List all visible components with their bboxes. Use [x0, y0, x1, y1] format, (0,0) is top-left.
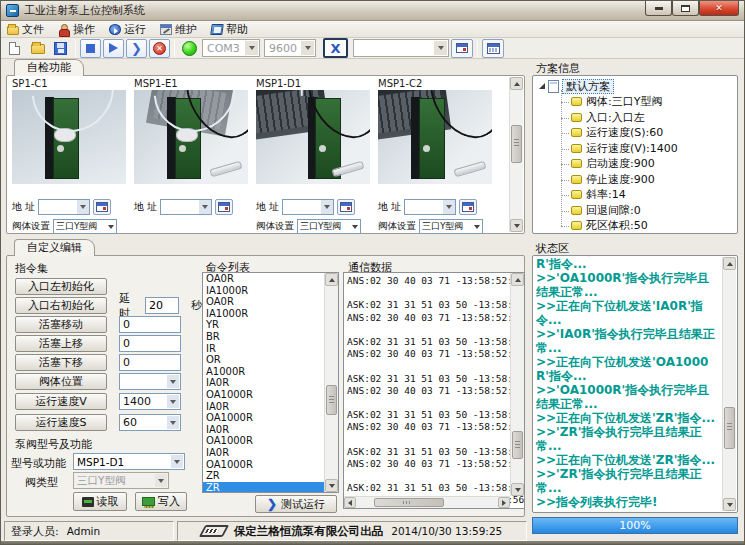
valve-type-select[interactable]: 三口Y型阀	[419, 219, 483, 234]
play-button[interactable]	[103, 39, 124, 58]
command-item[interactable]: OR	[203, 354, 324, 366]
valve-type-select-disabled[interactable]: 三口Y型阀	[73, 472, 169, 489]
command-list-scrollbar[interactable]	[324, 273, 338, 492]
command-item[interactable]: OA0R	[203, 296, 324, 308]
open-file-button[interactable]	[27, 39, 48, 58]
address-select[interactable]	[282, 199, 334, 215]
address-select[interactable]	[160, 199, 212, 215]
read-button[interactable]: 读取	[73, 492, 127, 511]
run-speed-s-select[interactable]: 60	[119, 414, 181, 431]
menu-file[interactable]: 文件	[5, 22, 46, 37]
scroll-right-button[interactable]	[498, 497, 510, 508]
init-inlet-right-button[interactable]: 入口右初始化	[15, 297, 107, 314]
scrollbar-thumb[interactable]	[374, 498, 444, 507]
piston-up-input[interactable]: 0	[119, 335, 181, 352]
command-item[interactable]: IA0R	[203, 377, 324, 389]
save-button[interactable]	[50, 39, 71, 58]
scroll-up-button[interactable]	[325, 273, 338, 286]
command-item[interactable]: OA1000R	[203, 412, 324, 424]
stop-button[interactable]	[80, 39, 101, 58]
tree-item[interactable]: 运行速度(S):60	[535, 125, 735, 141]
scroll-up-button[interactable]	[723, 257, 736, 270]
command-item[interactable]: IA1000R	[203, 285, 324, 297]
run-speed-v-button[interactable]: 运行速度V	[15, 393, 107, 410]
disconnect-button[interactable]: X	[323, 38, 348, 58]
piston-move-button[interactable]: 活塞移动	[15, 316, 107, 333]
command-item[interactable]: OA1000R	[203, 459, 324, 471]
piston-move-input[interactable]: 0	[119, 316, 181, 333]
write-button[interactable]: 写入	[135, 492, 187, 511]
scrollbar-thumb[interactable]	[511, 125, 522, 163]
new-file-button[interactable]	[4, 39, 25, 58]
close-button[interactable]: ✕	[699, 1, 739, 16]
scroll-up-button[interactable]	[510, 77, 523, 90]
scroll-left-button[interactable]	[344, 497, 356, 508]
piston-down-input[interactable]: 0	[119, 354, 181, 371]
command-item[interactable]: YR	[203, 319, 324, 331]
status-scrollbar[interactable]	[722, 257, 736, 511]
model-select[interactable]: MSP1-D1	[73, 453, 185, 470]
tree-item[interactable]: 阀体:三口Y型阀	[535, 94, 735, 110]
baud-rate-select[interactable]: 9600	[264, 39, 316, 57]
init-inlet-left-button[interactable]: 入口左初始化	[15, 278, 107, 295]
command-item[interactable]: OA1000R	[203, 435, 324, 447]
tree-item[interactable]: 回退间隙:0	[535, 203, 735, 219]
tree-root[interactable]: 默认方案	[535, 78, 735, 94]
delay-input[interactable]: 20	[145, 297, 179, 314]
scrollbar-thumb[interactable]	[724, 407, 735, 449]
command-item[interactable]: IR	[203, 343, 324, 355]
menu-maintain[interactable]: 维护	[158, 22, 199, 37]
tree-expander-icon[interactable]	[539, 83, 545, 89]
command-item[interactable]: A1000R	[203, 366, 324, 378]
self-check-scrollbar[interactable]	[509, 77, 523, 232]
test-run-button[interactable]: ❯测试运行	[255, 495, 337, 513]
maximize-button[interactable]	[672, 1, 699, 16]
valve-type-select[interactable]: 三口Y型阀	[53, 219, 117, 234]
run-speed-v-select[interactable]: 1400	[119, 393, 181, 410]
address-scan-button[interactable]	[215, 199, 233, 215]
command-item[interactable]: IA0R	[203, 424, 324, 436]
address-scan-button[interactable]	[337, 199, 355, 215]
scrollbar-thumb[interactable]	[326, 385, 337, 415]
comm-data-hscrollbar[interactable]	[344, 496, 510, 508]
tree-item[interactable]: 停止速度:900	[535, 172, 735, 188]
scroll-down-button[interactable]	[510, 219, 523, 232]
address-scan-button[interactable]	[459, 199, 477, 215]
command-item[interactable]: ZR	[203, 470, 324, 482]
menu-help[interactable]: 帮助	[209, 22, 250, 37]
address-select[interactable]	[404, 199, 456, 215]
scroll-down-button[interactable]	[325, 479, 338, 492]
tree-item[interactable]: 运行速度(V):1400	[535, 141, 735, 157]
panel-window-button[interactable]	[451, 39, 473, 58]
command-item[interactable]: IA0R	[203, 401, 324, 413]
piston-up-button[interactable]: 活塞上移	[15, 335, 107, 352]
address-scan-button[interactable]	[93, 199, 111, 215]
command-item[interactable]: IA0R	[203, 447, 324, 459]
abort-button[interactable]: ✕	[149, 39, 170, 58]
minimize-button[interactable]	[645, 1, 672, 16]
scroll-down-button[interactable]	[723, 498, 736, 511]
tab-self-check[interactable]: 自检功能	[14, 59, 84, 76]
scroll-up-button[interactable]	[511, 273, 524, 286]
command-item[interactable]: BR	[203, 331, 324, 343]
command-item[interactable]: OA0R	[203, 273, 324, 285]
command-item[interactable]: IA1000R	[203, 308, 324, 320]
valve-type-select[interactable]: 三口Y型阀	[297, 219, 361, 234]
keypad-button[interactable]	[482, 39, 504, 58]
tree-item[interactable]: 斜率:14	[535, 187, 735, 203]
tree-item[interactable]: 启动速度:900	[535, 156, 735, 172]
scrollbar-thumb[interactable]	[512, 431, 523, 459]
comm-data-vscrollbar[interactable]	[510, 273, 524, 496]
valve-position-button[interactable]: 阀体位置	[15, 373, 107, 390]
com-port-select[interactable]: COM3	[202, 39, 260, 57]
step-run-button[interactable]: ❯	[126, 39, 147, 58]
valve-position-select[interactable]	[119, 373, 181, 390]
piston-down-button[interactable]: 活塞下移	[15, 354, 107, 371]
menu-operate[interactable]: 操作	[56, 22, 97, 37]
tab-custom-edit[interactable]: 自定义编辑	[14, 239, 95, 256]
device-select[interactable]	[353, 39, 449, 57]
tree-item[interactable]: 入口:入口左	[535, 110, 735, 126]
command-item[interactable]: ZR	[203, 482, 324, 493]
run-speed-s-button[interactable]: 运行速度S	[15, 414, 107, 431]
command-item[interactable]: OA1000R	[203, 389, 324, 401]
